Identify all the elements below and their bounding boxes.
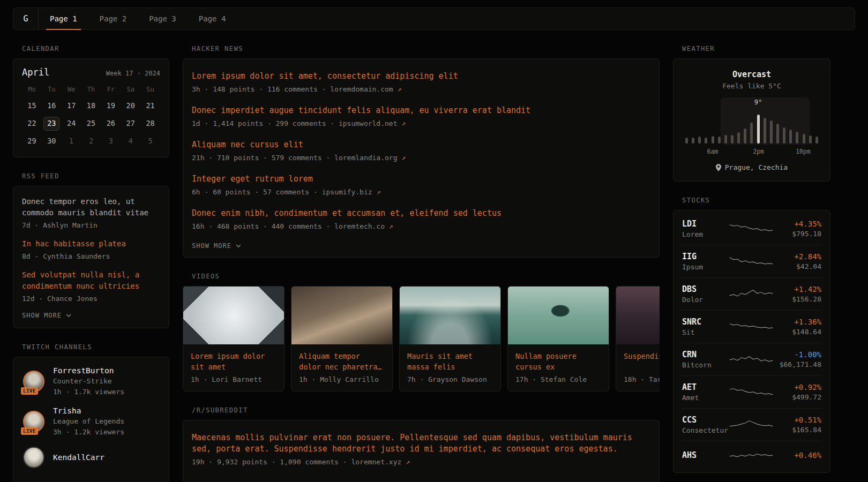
twitch-widget-label: TWITCH CHANNELS [22,343,169,351]
channel-meta: 1h · 1.7k viewers [53,387,124,397]
sparkline-chart [729,286,774,302]
stock-row[interactable]: SNRC Sit +1.36% $148.64 [681,310,822,343]
rss-widget-label: RSS FEED [22,172,169,180]
external-link-icon[interactable]: ↗ [401,154,406,162]
temperature-bar [685,138,688,144]
tab-page-2[interactable]: Page 2 [88,8,138,29]
top-nav-bar: G Page 1 Page 2 Page 3 Page 4 [13,7,855,30]
hn-post: Aliquam nec cursus elit 21h · 710 points… [192,139,650,162]
hn-post-title[interactable]: Aliquam nec cursus elit [192,139,650,150]
stock-ticker: LDI [682,219,729,229]
hn-post-title[interactable]: Donec imperdiet augue tincidunt felis al… [192,105,650,116]
weather-widget-label: WEATHER [682,45,830,52]
rss-item: Sed volutpat nulla nisl, a condimentum n… [22,269,160,303]
rss-item-title[interactable]: Sed volutpat nulla nisl, a condimentum n… [22,269,160,292]
video-card[interactable]: Lorem ipsum dolor sit amet consectetu… 1… [183,286,285,391]
calendar-dow: Su [140,86,160,95]
weather-widget: Overcast Feels like 5°C 9° 6am 2pm 10pm … [673,58,830,182]
twitch-channel[interactable]: LIVE ForrestBurton Counter-Strike 1h · 1… [22,365,160,397]
calendar-day: 27 [121,117,140,131]
calendar-day: 19 [101,99,121,113]
hn-post-title[interactable]: Lorem ipsum dolor sit amet, consectetur … [192,71,650,82]
calendar-day: 30 [42,134,62,148]
temperature-bar [764,118,766,144]
calendar-day-next-month: 5 [140,134,160,148]
tab-page-4[interactable]: Page 4 [188,8,237,29]
hn-post-meta: 6h · 60 points · 57 comments · ipsumify.… [192,188,650,196]
hn-post-title[interactable]: Donec enim nibh, condimentum et accumsan… [192,208,650,219]
live-badge: LIVE [21,427,38,435]
calendar-day-next-month: 2 [81,134,101,148]
location-pin-icon [716,164,721,171]
video-card[interactable]: Suspendisse diam 18h · Tara [616,286,660,391]
calendar-dow: Tu [42,86,62,95]
external-link-icon[interactable]: ↗ [389,222,393,230]
calendar-widget-label: CALENDAR [22,45,169,52]
rss-item-title[interactable]: In hac habitasse platea [22,238,160,250]
calendar-dow: Fr [101,86,121,95]
video-card[interactable]: Mauris sit amet massa felis 7h · Grayson… [399,286,501,391]
stock-row[interactable]: LDI Lorem +4.35% $795.18 [681,213,822,245]
calendar-dow: Sa [121,86,140,95]
stock-change: +4.35% [774,220,821,228]
temperature-bar [718,137,721,144]
stock-price: $499.72 [774,393,821,401]
calendar-day: 24 [62,117,81,131]
stock-row[interactable]: AET Amet +0.92% $499.72 [681,375,822,408]
rss-show-more-button[interactable]: SHOW MORE [22,312,160,319]
temperature-bar [744,129,746,144]
calendar-day: 20 [121,99,140,113]
hn-meta-text: 3h · 148 points · 116 comments · loremdo… [192,85,398,93]
temperature-bar [783,127,785,144]
rss-widget: Donec tempor eros leo, ut commodo mauris… [13,186,169,328]
stock-row[interactable]: CRN Bitcorn -1.00% $66,171.48 [681,343,822,375]
stock-name: Ipsum [682,263,729,271]
stock-row[interactable]: IIG Ipsum +2.84% $42.04 [681,245,822,277]
tab-page-1[interactable]: Page 1 [39,8,88,29]
stock-name: Dolor [682,296,729,304]
video-thumbnail [183,287,284,344]
temperature-bar [737,132,740,144]
time-tick: 2pm [753,148,764,155]
video-thumbnail [400,287,500,344]
calendar-day: 17 [62,99,81,113]
chevron-down-icon [66,314,71,317]
weather-location: Prague, Czechia [682,163,821,171]
stock-change: +1.42% [774,285,821,293]
rss-item-title[interactable]: Donec tempor eros leo, ut commodo mauris… [22,196,160,219]
hn-post: Donec enim nibh, condimentum et accumsan… [192,208,650,230]
external-link-icon[interactable]: ↗ [376,188,380,196]
live-badge: LIVE [21,387,38,395]
stock-row[interactable]: DBS Dolor +1.42% $156.28 [681,277,822,310]
video-card[interactable]: Aliquam tempor dolor nec pharetra… 1h · … [291,286,393,391]
video-thumbnail [508,287,609,344]
external-link-icon[interactable]: ↗ [401,119,406,127]
location-text: Prague, Czechia [725,163,788,171]
calendar-day: 26 [101,117,121,131]
hn-meta-text: 1d · 1,414 points · 299 comments · ipsum… [192,119,401,127]
hn-post-title[interactable]: Integer eget rutrum lorem [192,174,650,185]
calendar-day: 28 [140,117,160,131]
temperature-chart: 9° [684,97,819,144]
external-link-icon[interactable]: ↗ [406,458,410,466]
stock-price: $156.28 [774,295,821,303]
subreddit-widget: Maecenas mollis pulvinar erat non posuer… [183,420,660,482]
temperature-bar [770,120,773,144]
subreddit-widget-label: /R/SUBREDDIT [192,406,660,414]
rss-item-meta: 8d · Cynthia Saunders [22,252,160,260]
stock-row[interactable]: CCS Consectetur +0.51% $165.84 [681,408,822,441]
hn-show-more-button[interactable]: SHOW MORE [192,242,650,250]
external-link-icon[interactable]: ↗ [398,85,402,93]
stock-price: $66,171.48 [774,360,821,368]
stock-change: +2.84% [774,252,821,261]
reddit-post-title[interactable]: Maecenas mollis pulvinar erat non posuer… [192,432,650,455]
video-card[interactable]: Nullam posuere cursus ex 17h · Stefan Co… [507,286,609,391]
app-logo[interactable]: G [13,8,39,29]
twitch-channel[interactable]: LIVE Trisha League of Legends 3h · 1.2k … [22,405,160,438]
stock-row[interactable]: AHS +0.46% [681,441,822,470]
twitch-channel[interactable]: KendallCarr [22,446,160,469]
hn-post-meta: 1d · 1,414 points · 299 comments · ipsum… [192,119,650,127]
temperature-bar [776,124,779,144]
tab-page-3[interactable]: Page 3 [138,8,188,29]
videos-widget-label: VIDEOS [192,273,660,280]
